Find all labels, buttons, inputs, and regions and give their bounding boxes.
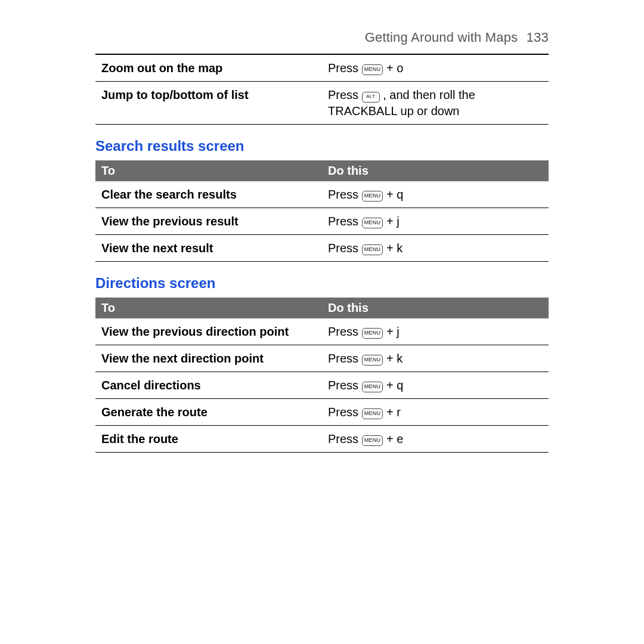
shortcut-doit: Press MENU + r [322, 399, 549, 426]
shortcut-doit: Press MENU + k [322, 345, 549, 372]
shortcuts-table: ToDo thisView the previous direction poi… [95, 298, 549, 453]
menu-key-icon: MENU [362, 218, 383, 228]
menu-key-icon: MENU [362, 435, 383, 446]
alt-key-icon: ALT [362, 92, 380, 103]
section-heading: Search results screen [95, 138, 549, 154]
table-row: Cancel directionsPress MENU + q [95, 372, 549, 399]
shortcut-action: Clear the search results [95, 181, 322, 208]
menu-key-icon: MENU [362, 191, 383, 202]
table-row: View the next direction pointPress MENU … [95, 345, 549, 372]
table-row: Generate the routePress MENU + r [95, 399, 549, 426]
shortcut-doit: Press MENU + o [322, 55, 549, 82]
menu-key-icon: MENU [362, 408, 383, 419]
shortcut-action: Zoom out on the map [95, 55, 322, 82]
table-row: Zoom out on the mapPress MENU + o [95, 55, 549, 82]
shortcut-doit: Press MENU + q [322, 372, 549, 399]
shortcut-doit: Press ALT , and then roll the TRACKBALL … [322, 82, 549, 125]
column-header-dothis: Do this [322, 298, 549, 318]
table-row: Jump to top/bottom of listPress ALT , an… [95, 82, 549, 125]
shortcut-action: Jump to top/bottom of list [95, 82, 322, 125]
table-row: Clear the search resultsPress MENU + q [95, 181, 549, 208]
menu-key-icon: MENU [362, 244, 383, 255]
column-header-to: To [95, 298, 322, 318]
column-header-to: To [95, 160, 322, 181]
shortcut-doit: Press MENU + k [322, 235, 549, 262]
shortcut-doit: Press MENU + j [322, 318, 549, 345]
section-heading: Directions screen [95, 275, 549, 292]
table-row: View the next resultPress MENU + k [95, 235, 549, 262]
shortcut-doit: Press MENU + j [322, 208, 549, 235]
page-header: Getting Around with Maps 133 [95, 30, 549, 45]
menu-key-icon: MENU [362, 64, 383, 75]
shortcut-action: View the previous direction point [95, 318, 322, 345]
menu-key-icon: MENU [362, 328, 383, 339]
chapter-title: Getting Around with Maps [365, 30, 518, 45]
table-row: View the previous resultPress MENU + j [95, 208, 549, 235]
top-shortcuts-table: Zoom out on the mapPress MENU + oJump to… [95, 55, 549, 125]
page-number: 133 [527, 30, 549, 45]
table-row: Edit the routePress MENU + e [95, 426, 549, 453]
menu-key-icon: MENU [362, 382, 383, 392]
shortcuts-table: ToDo thisClear the search resultsPress M… [95, 160, 549, 262]
column-header-dothis: Do this [322, 160, 549, 181]
shortcut-doit: Press MENU + q [322, 181, 549, 208]
shortcut-action: View the previous result [95, 208, 322, 235]
shortcut-doit: Press MENU + e [322, 426, 549, 453]
shortcut-action: Generate the route [95, 399, 322, 426]
table-row: View the previous direction pointPress M… [95, 318, 549, 345]
shortcut-action: View the next result [95, 235, 322, 262]
menu-key-icon: MENU [362, 355, 383, 366]
shortcut-action: Cancel directions [95, 372, 322, 399]
shortcut-action: View the next direction point [95, 345, 322, 372]
shortcut-action: Edit the route [95, 426, 322, 453]
